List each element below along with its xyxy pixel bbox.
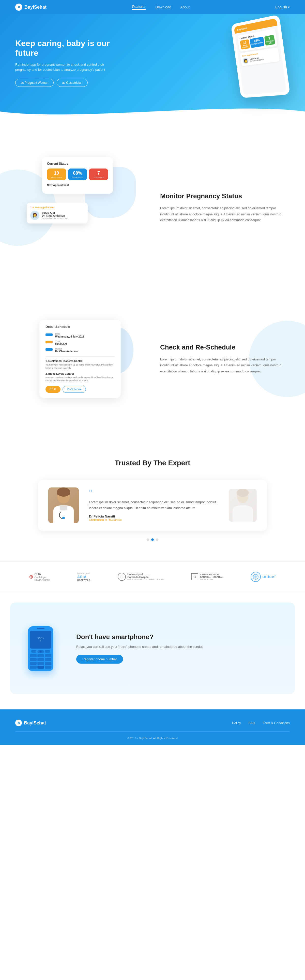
nav-features[interactable]: Features — [132, 5, 146, 10]
testimonials-title: Trusted By The Expert — [15, 459, 290, 467]
reschedule-button[interactable]: Re-Schedule — [63, 386, 86, 393]
schedule-info-doctor: Doctor Dr. Clara Anderson — [55, 347, 78, 353]
schedule-text: Check and Re-Schedule Lorem ipsum dolor … — [160, 344, 290, 374]
footer-logo: ✕ BayiSehat — [15, 720, 46, 726]
testimonial-role: Obstetrician In RS Sanjiku — [89, 518, 218, 521]
schedule-section: Check and Re-Schedule Lorem ipsum dolor … — [0, 299, 305, 418]
schedule-row-date: Date Wednesday, 4 July 2018 — [46, 333, 115, 338]
schedule-card: Detail Schedule Date Wednesday, 4 July 2… — [40, 320, 121, 398]
btn-obstetrician[interactable]: as Obstetrician — [57, 79, 88, 87]
partner-name-colorado: University of — [127, 573, 163, 576]
schedule-item-2: 2. Blood Levels Control From our previou… — [46, 372, 115, 383]
partner-sub2-colorado: UNIVERSITY OF COLORADO HEALTH — [127, 579, 163, 581]
appt-info: 👩‍⚕️ 10:30 A.M Dr. Clara Anderson Gestat… — [30, 211, 84, 220]
language-selector[interactable]: English ▾ — [275, 5, 290, 9]
phone-stat-weeks: 19 Week months — [240, 39, 250, 49]
monitor-title: Monitor Pregnancy Status — [160, 192, 290, 200]
schedule-dot-time — [46, 341, 53, 344]
phone-body: BayiSehat Current Status 19 Week months … — [231, 14, 290, 98]
retro-screen: NOKIA▶ — [30, 631, 51, 649]
svg-point-5 — [237, 489, 249, 497]
footer-terms[interactable]: Term & Conditions — [263, 721, 290, 725]
testimonial-text: Lorem ipsum dolor sit amet, consectetur … — [89, 500, 218, 511]
nav-links: Features Download About — [132, 5, 190, 10]
retro-title: Don't have smartphone? — [76, 633, 280, 641]
status-card: Current Status 19 Week months 68% Comple… — [42, 157, 113, 194]
phone-stat-checkup: 7 Checkup left — [264, 35, 275, 46]
hero-wave — [0, 101, 305, 121]
status-card-title: Current Status — [47, 162, 108, 165]
retro-text: Don't have smartphone? Relax, you can st… — [76, 633, 280, 663]
phone-speaker — [37, 628, 44, 629]
nav-download[interactable]: Download — [155, 5, 171, 9]
testimonial-body: " Lorem ipsum dolor sit amet, consectetu… — [89, 489, 218, 521]
phone-content: Current Status 19 Week months 68% Comple… — [235, 25, 283, 70]
quote-mark: " — [89, 489, 218, 497]
appt-details: 10:30 A.M Dr. Clara Anderson Gestational… — [42, 211, 68, 220]
testimonial-image-left — [48, 487, 79, 523]
monitor-mockup: Current Status 19 Week months 68% Comple… — [15, 157, 145, 259]
appt-avatar: 👩‍⚕️ — [30, 211, 40, 220]
partner-sub1-cha: Cambridge — [34, 576, 49, 579]
schedule-mockup: Detail Schedule Date Wednesday, 4 July 2… — [15, 320, 145, 398]
partner-icon-sfgh: ⊡ — [191, 573, 198, 581]
schedule-info-date: Date Wednesday, 4 July 2018 — [55, 333, 84, 338]
retro-phone-body: NOKIA▶ — [28, 626, 54, 671]
partner-sub-hospitals: HOSPITALS — [77, 579, 90, 581]
hero-phone-mockup: BayiSehat Current Status 19 Week months … — [234, 19, 284, 97]
retro-keypad — [30, 654, 51, 669]
hero-section: Keep caring, baby is our future Reminder… — [0, 14, 305, 121]
appointment-card: 715 Next Appointment 👩‍⚕️ 10:30 A.M Dr. … — [27, 203, 88, 223]
hero-title: Keep caring, baby is our future — [15, 38, 112, 58]
hero-description: Reminder app for pregnant women to check… — [15, 62, 112, 73]
dot-2[interactable] — [151, 538, 154, 541]
retro-phone-wrapper: NOKIA▶ — [25, 626, 56, 671]
nav-about[interactable]: About — [180, 5, 190, 9]
monitor-wrapper: Current Status 19 Week months 68% Comple… — [34, 157, 126, 259]
footer-faq[interactable]: FAQ — [248, 721, 255, 725]
dot-3[interactable] — [156, 538, 158, 541]
schedule-row-doctor: Doctor Dr. Clara Anderson — [46, 347, 115, 353]
partner-sub2-cha: Health Alliance — [34, 579, 49, 581]
carousel-dots — [15, 538, 290, 541]
schedule-row-time: Time 09:30 A.M — [46, 340, 115, 345]
testimonial-image-right — [229, 489, 257, 522]
testimonials-section: Trusted By The Expert " Lorem ipsum dolo… — [0, 439, 305, 561]
go-it-button[interactable]: GO IT — [46, 386, 60, 393]
footer-logo-text: BayiSehat — [24, 721, 46, 726]
svg-point-2 — [62, 517, 65, 519]
footer-top: ✕ BayiSehat Policy FAQ Term & Conditions — [15, 720, 290, 732]
partner-icon-colorado: ⊙ — [118, 573, 126, 581]
footer-policy[interactable]: Policy — [232, 721, 241, 725]
hero-content: Keep caring, baby is our future Reminder… — [15, 38, 112, 87]
next-appt-label: Next Appointment — [47, 184, 108, 186]
retro-description: Relax, you can still use your "retro" ph… — [76, 644, 280, 650]
partner-cha: ⊕ CHA Cambridge Health Alliance — [29, 573, 49, 581]
schedule-items: 1. Gestational Diabetes Control Your pro… — [46, 356, 115, 382]
schedule-item-1: 1. Gestational Diabetes Control Your pro… — [46, 360, 115, 370]
logo-text: BayiSehat — [24, 5, 46, 10]
appt-name: Dr. Clara Anderson — [42, 214, 68, 217]
logo-icon: ✕ — [15, 3, 22, 11]
schedule-action-buttons: GO IT Re-Schedule — [46, 386, 115, 393]
btn-pregnant-woman[interactable]: as Pregnant Woman — [15, 79, 54, 87]
partner-sub2-sfgh: FOUNDATION — [200, 578, 223, 581]
schedule-description: Lorem ipsum dolor sit amet, consectetur … — [160, 356, 290, 374]
phone-screen: BayiSehat Current Status 19 Week months … — [234, 18, 287, 95]
partner-sub1-sfgh: GENERAL HOSPITAL — [200, 576, 223, 578]
monitor-text: Monitor Pregnancy Status Lorem ipsum dol… — [160, 192, 290, 223]
stat-completeness: 68% Completeness — [68, 169, 87, 180]
footer-links: Policy FAQ Term & Conditions — [232, 721, 290, 725]
partner-sub1-colorado: Colorado Hospital — [127, 576, 163, 579]
register-phone-button[interactable]: Register phone number — [76, 655, 123, 663]
footer: ✕ BayiSehat Policy FAQ Term & Conditions… — [0, 710, 305, 745]
appt-role: Gestational Diabetes Control — [42, 217, 68, 220]
partner-sfgh: ⊡ SAN FRANCISCO GENERAL HOSPITAL FOUNDAT… — [191, 573, 223, 581]
schedule-title: Check and Re-Schedule — [160, 344, 290, 351]
stat-checkup: 7 Checkup left — [89, 169, 108, 180]
svg-rect-1 — [60, 505, 67, 511]
partner-icon-cha: ⊕ — [29, 574, 33, 580]
partner-name-unicef: unicef — [262, 574, 276, 579]
footer-logo-icon: ✕ — [15, 720, 22, 726]
dot-1[interactable] — [147, 538, 149, 541]
